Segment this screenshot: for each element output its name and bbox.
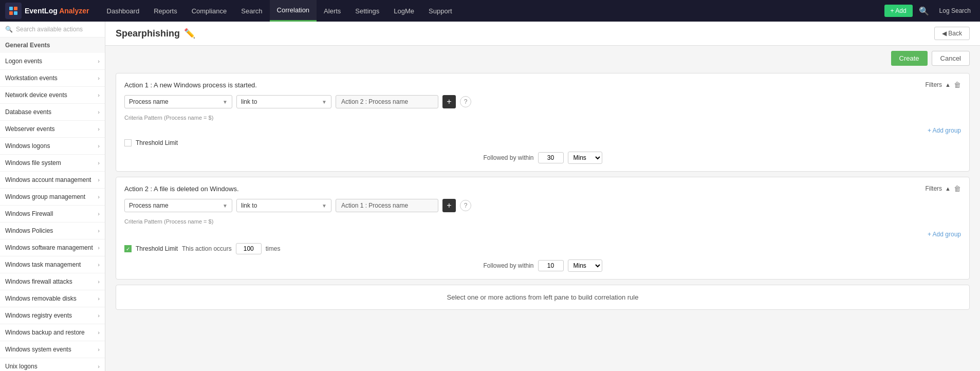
chevron-right-icon: › [98,245,100,251]
sidebar-item-label: Windows account management [5,176,91,183]
sidebar-item-label: Windows Policies [5,227,53,234]
delete-action1-icon[interactable]: 🗑 [954,81,961,89]
sidebar-item-label: Windows task management [5,261,81,268]
action1-field2-select[interactable]: link to ▼ [236,95,331,108]
action2-threshold-checkbox[interactable]: ✓ [124,245,132,252]
sidebar-item-win-firewall-attacks[interactable]: Windows firewall attacks › [0,273,105,290]
help-icon[interactable]: ? [460,200,471,211]
sidebar-item-win-registry[interactable]: Windows registry events › [0,307,105,324]
action1-threshold-checkbox[interactable] [124,139,132,146]
help-icon[interactable]: ? [460,96,471,107]
sidebar-item-network[interactable]: Network device events › [0,87,105,104]
action2-add-group[interactable]: + Add group [124,230,961,239]
back-button[interactable]: ◀ Back [934,27,970,40]
brand: EventLog Analyzer [5,3,89,19]
action2-followed-by-row: Followed by within Mins Hours Secs [124,259,961,272]
action1-criteria-row: Process name ▼ link to ▼ Action 2 : Proc… [124,95,961,108]
chevron-right-icon: › [98,262,100,268]
log-search-button[interactable]: Log Search [935,5,975,16]
chevron-right-icon: › [98,228,100,234]
add-condition-button[interactable]: + [442,95,456,108]
sidebar-item-win-firewall[interactable]: Windows Firewall › [0,206,105,222]
main-layout: 🔍 Search available actions General Event… [0,22,980,371]
nav-tabs: Dashboard Reports Compliance Search Corr… [100,0,884,22]
add-button[interactable]: + Add [884,5,913,17]
tab-correlation[interactable]: Correlation [270,0,317,22]
search-icon[interactable]: 🔍 [917,4,931,18]
content-header: Spearphishing ✏️ ◀ Back [105,22,980,46]
delete-action2-icon[interactable]: 🗑 [954,184,961,193]
navbar-right: + Add 🔍 Log Search [884,4,975,18]
tab-dashboard[interactable]: Dashboard [100,0,147,22]
sidebar-item-webserver[interactable]: Webserver events › [0,121,105,138]
sidebar-item-win-system[interactable]: Windows system events › [0,341,105,358]
action2-criteria-pattern: Criteria Pattern (Process name = $) [124,216,961,227]
sidebar: 🔍 Search available actions General Event… [0,22,105,371]
sidebar-item-win-policies[interactable]: Windows Policies › [0,222,105,239]
action2-followed-by-label: Followed by within [483,262,533,269]
dropdown-icon: ▼ [223,203,228,209]
chevron-right-icon: › [98,177,100,183]
chevron-up-icon: ▲ [945,186,951,192]
sidebar-item-label: Network device events [5,91,67,99]
sidebar-item-label: Windows Firewall [5,210,53,217]
action2-field2-select[interactable]: link to ▼ [236,199,331,212]
action1-field1-select[interactable]: Process name ▼ [124,95,232,108]
action2-threshold-count[interactable] [236,243,262,254]
sidebar-item-logon[interactable]: Logon events › [0,53,105,70]
sidebar-item-win-task[interactable]: Windows task management › [0,256,105,273]
tab-logme[interactable]: LogMe [386,0,421,22]
action2-mins-select[interactable]: Mins Hours Secs [568,259,602,272]
sidebar-item-workstation[interactable]: Workstation events › [0,70,105,87]
sidebar-item-win-group[interactable]: Windows group management › [0,189,105,206]
sidebar-item-label: Logon events [5,58,42,65]
sidebar-item-label: Unix logons [5,363,38,370]
sidebar-item-label: Windows backup and restore [5,329,85,336]
action1-filters-row: Filters ▲ 🗑 [925,81,961,89]
sidebar-item-label: Windows software management [5,244,93,251]
sidebar-item-win-backup[interactable]: Windows backup and restore › [0,324,105,341]
action2-field1-select[interactable]: Process name ▼ [124,199,232,212]
tab-alerts[interactable]: Alerts [317,0,348,22]
add-condition-button[interactable]: + [442,199,456,212]
chevron-right-icon: › [98,211,100,217]
action1-followed-input[interactable] [538,152,564,163]
create-button[interactable]: Create [891,51,928,66]
sidebar-item-database[interactable]: Database events › [0,104,105,121]
action2-followed-input[interactable] [538,260,564,271]
tab-support[interactable]: Support [421,0,459,22]
sidebar-item-label: Windows firewall attacks [5,278,72,285]
action1-mins-select[interactable]: Mins Hours Secs [568,152,602,164]
tab-search[interactable]: Search [234,0,269,22]
sidebar-item-win-logons[interactable]: Windows logons › [0,138,105,155]
search-icon: 🔍 [5,26,13,33]
action1-add-group[interactable]: + Add group [124,126,961,135]
tab-reports[interactable]: Reports [146,0,184,22]
content-body: Create Cancel Action 1 : A new Windows p… [105,46,980,371]
sidebar-item-unix-logons[interactable]: Unix logons › [0,358,105,371]
action1-filters-label: Filters [925,81,942,88]
chevron-right-icon: › [98,109,100,115]
sidebar-item-win-filesystem[interactable]: Windows file system › [0,155,105,172]
search-placeholder: Search available actions [16,26,83,33]
chevron-right-icon: › [98,194,100,200]
sidebar-item-label: Windows registry events [5,312,72,319]
bottom-info: Select one or more actions from left pan… [116,285,970,310]
action1-followed-by-label: Followed by within [483,154,533,161]
action1-block: Action 1 : A new Windows process is star… [116,73,970,172]
sidebar-item-win-removable[interactable]: Windows removable disks › [0,290,105,307]
cancel-button[interactable]: Cancel [932,51,970,66]
top-actions-row: Create Cancel [116,51,970,66]
tab-compliance[interactable]: Compliance [184,0,234,22]
chevron-right-icon: › [98,312,100,319]
edit-icon[interactable]: ✏️ [184,28,195,39]
dropdown-icon: ▼ [322,99,327,105]
page-title-container: Spearphishing ✏️ [116,28,195,39]
sidebar-item-label: Windows system events [5,346,71,353]
action2-threshold-text: This action occurs [182,245,232,252]
dropdown-icon: ▼ [322,203,327,209]
sidebar-item-label: Workstation events [5,75,58,82]
sidebar-item-win-account[interactable]: Windows account management › [0,172,105,189]
tab-settings[interactable]: Settings [348,0,386,22]
sidebar-item-win-software[interactable]: Windows software management › [0,239,105,256]
